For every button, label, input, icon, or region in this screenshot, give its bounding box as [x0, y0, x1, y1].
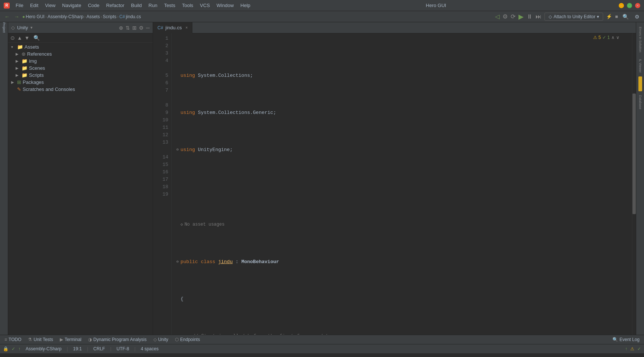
breadcrumb-herogui-label[interactable]: Hero GUI	[26, 14, 45, 19]
menu-vcs[interactable]: VCS	[197, 2, 213, 9]
attach-to-unity-button[interactable]: ◇ Attach to Unity Editor ▾	[544, 13, 603, 21]
menu-run[interactable]: Run	[146, 2, 160, 9]
il-viewer-label[interactable]: IL Viewer	[638, 56, 643, 76]
sort-icon[interactable]: ⇅	[126, 25, 130, 31]
nav-run-button[interactable]: ▶	[518, 13, 524, 21]
tab-close-icon[interactable]: ×	[185, 26, 188, 30]
tree-item-scenes[interactable]: ▶ 📁 Scenes	[8, 65, 153, 72]
toolbar-collapse-icon[interactable]: ▲	[17, 35, 22, 41]
filter-icon[interactable]: ⊞	[132, 25, 137, 31]
main-content: Project ◇ Unity ▾ ⊕ ⇅ ⊞ ⚙ ─ ⊙ ▲ ▼ 🔍	[0, 22, 644, 335]
tree-item-scratches[interactable]: ✎ Scratches and Consoles	[8, 86, 153, 93]
line-num-12: 12	[155, 131, 168, 139]
menu-tools[interactable]: Tools	[179, 2, 196, 9]
editor-tab-jindu[interactable]: C# jindu.cs ×	[153, 22, 192, 33]
database-scroll-indicator[interactable]	[638, 76, 642, 91]
breadcrumb-scripts[interactable]: Scripts	[103, 14, 117, 19]
terminal-label: Terminal	[65, 337, 81, 342]
toolbar-search-icon[interactable]: 🔍	[33, 35, 40, 41]
status-indent[interactable]: 4 spaces	[139, 346, 161, 351]
breadcrumb-assembly[interactable]: Assembly-CSharp	[48, 14, 84, 19]
fold-3[interactable]: ⊖	[175, 146, 180, 154]
line-num-16: 16	[155, 168, 168, 176]
status-position[interactable]: 19:1	[71, 346, 84, 351]
close-button[interactable]: ✕	[635, 3, 640, 8]
menu-navigate[interactable]: Navigate	[59, 2, 84, 9]
menu-bar: File Edit View Navigate Code Refactor Bu…	[13, 2, 253, 9]
line-num-13: 13	[155, 139, 168, 146]
toolbar-expand-icon[interactable]: ▼	[25, 35, 30, 41]
bottom-tab-unity[interactable]: ◇ Unity	[150, 336, 171, 343]
errors-in-solution-label[interactable]: Errors in Solution	[638, 24, 643, 55]
left-strip-project[interactable]: Project	[0, 24, 8, 31]
menu-refactor[interactable]: Refactor	[103, 2, 127, 9]
nav-search-icon[interactable]: 🔍	[621, 13, 630, 20]
bottom-tab-event-log[interactable]: 🔍 Event Log	[609, 336, 643, 343]
menu-tests[interactable]: Tests	[161, 2, 178, 9]
error-nav-up[interactable]: ∧	[611, 35, 615, 40]
settings-panel-icon[interactable]: ⚙	[139, 25, 144, 31]
nav-debug-reload[interactable]: ⟳	[511, 13, 515, 20]
unit-tests-icon: ⚗	[28, 337, 32, 342]
nav-debug-settings[interactable]: ⚙	[502, 13, 508, 20]
ok-count[interactable]: ✓ 1	[602, 35, 610, 40]
menu-view[interactable]: View	[42, 2, 58, 9]
code-line-2: using System.Collections.Generic;	[175, 109, 629, 117]
bottom-tab-dpa[interactable]: ◑ Dynamic Program Analysis	[85, 336, 149, 343]
tree-item-references[interactable]: ▶ ⊛ References	[8, 50, 153, 58]
close-panel-icon[interactable]: ─	[146, 25, 150, 31]
packages-label: Packages	[23, 79, 44, 85]
breadcrumb-file-icon: C#	[119, 14, 125, 19]
status-assembly[interactable]: Assembly-CSharp	[23, 346, 64, 351]
menu-file[interactable]: File	[13, 2, 26, 9]
warning-count[interactable]: ⚠ 5	[593, 35, 601, 40]
nav-stop-button[interactable]: ⏭	[536, 13, 541, 20]
nav-record-icon[interactable]: ■	[615, 14, 618, 19]
breadcrumb-sep4: ›	[117, 14, 118, 19]
bottom-tab-todo[interactable]: ≡ TODO	[1, 336, 24, 343]
code-6: {	[180, 295, 183, 303]
nav-forward-icon[interactable]: →	[13, 13, 21, 20]
menu-window[interactable]: Window	[214, 2, 237, 9]
bottom-tabs-bar: ≡ TODO ⚗ Unit Tests ▶ Terminal ◑ Dynamic…	[0, 335, 644, 344]
code-content[interactable]: using System.Collections; using System.C…	[172, 33, 632, 335]
tree-item-scripts[interactable]: ▶ 📁 Scripts	[8, 72, 153, 79]
editor-scrollbar[interactable]	[632, 33, 636, 335]
bottom-tab-endpoints[interactable]: ⬡ Endpoints	[172, 336, 203, 343]
breadcrumb-file[interactable]: jindu.cs	[126, 14, 141, 19]
nav-pause-button[interactable]: ⏸	[527, 13, 533, 20]
menu-edit[interactable]: Edit	[27, 2, 41, 9]
toolbar-copy-icon[interactable]: ⊙	[10, 35, 15, 41]
nav-back-icon[interactable]: ←	[3, 13, 11, 20]
scope-icon[interactable]: ⊕	[119, 25, 123, 31]
status-line-ending[interactable]: CRLF	[91, 346, 107, 351]
menu-build[interactable]: Build	[128, 2, 145, 9]
code-line-7: // Start is called before the first fram…	[175, 333, 629, 335]
error-nav-down[interactable]: ∨	[616, 35, 619, 40]
tree-item-assets[interactable]: ▾ 📁 Assets	[8, 43, 153, 50]
bottom-tab-terminal[interactable]: ▶ Terminal	[57, 336, 84, 343]
unity-dropdown-arrow[interactable]: ▾	[30, 25, 33, 30]
nav-debug-back[interactable]: ◁	[495, 13, 500, 20]
menu-code[interactable]: Code	[85, 2, 103, 9]
menu-help[interactable]: Help	[237, 2, 253, 9]
fold-5[interactable]: ⊖	[175, 258, 180, 266]
nav-settings-icon[interactable]: ⚙	[633, 13, 641, 20]
assets-label: Assets	[25, 44, 39, 50]
line-num-14: 14	[155, 154, 168, 161]
breadcrumb-assets[interactable]: Assets	[87, 14, 100, 19]
no-asset-usages-text: No asset usages	[185, 221, 225, 228]
scroll-thumb[interactable]	[632, 94, 636, 214]
minimize-button[interactable]: ─	[619, 3, 624, 8]
maximize-button[interactable]: □	[627, 3, 632, 8]
bottom-tab-unit-tests[interactable]: ⚗ Unit Tests	[25, 336, 56, 343]
nav-plugin-icon[interactable]: ⚡	[606, 14, 612, 19]
database-label[interactable]: Database	[638, 92, 643, 112]
code-editor[interactable]: ⚠ 5 ✓ 1 ∧ ∨ 1 2 3 4 · 5 6 7 · 8 9 10 11 …	[153, 33, 636, 335]
status-encoding[interactable]: UTF-8	[114, 346, 131, 351]
breadcrumb-herogui[interactable]: ●	[22, 14, 25, 19]
tree-item-packages[interactable]: ▶ ⊞ Packages	[8, 79, 153, 86]
tree-item-img[interactable]: ▶ 📁 img	[8, 58, 153, 65]
status-sep4: |	[134, 346, 136, 351]
status-sep2: |	[87, 346, 88, 351]
